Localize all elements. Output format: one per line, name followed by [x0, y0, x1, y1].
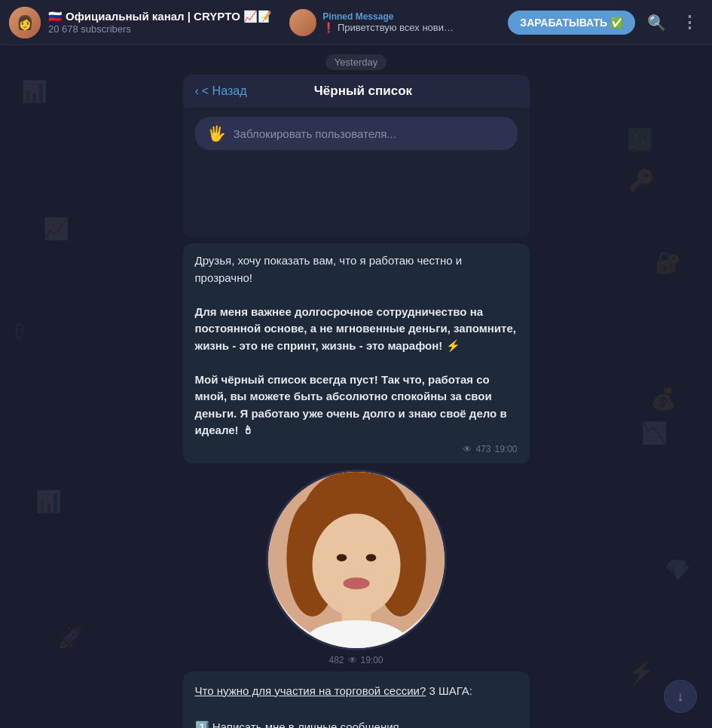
back-arrow-icon: ‹	[195, 84, 199, 98]
message-1-views: 473	[475, 444, 490, 454]
svg-point-6	[365, 554, 376, 561]
video-svg	[268, 472, 445, 648]
message-1-line1: Друзья, хочу показать вам, что я работаю…	[195, 252, 518, 286]
pinned-preview: ❗ Приветствую всех новичк...	[322, 22, 458, 33]
earn-button[interactable]: ЗАРАБАТЫВАТЬ ✅	[508, 11, 635, 35]
svg-point-7	[343, 577, 369, 589]
top-bar: 👩 🇷🇺 Официальный канал | CRYPTO 📈📝 20 67…	[0, 0, 712, 45]
message-1-text: Друзья, хочу показать вам, что я работаю…	[195, 252, 518, 439]
avatar-image: 👩	[9, 7, 41, 38]
views-icon-1: 👁	[463, 444, 472, 454]
blacklist-header: ‹ < Назад Чёрный список	[183, 75, 530, 108]
main-content: 📊 💹 📈 🔑 ₿ 💰 📊 💎 🚀 ⚡ 🔐 📉 Yesterday ‹ < На…	[0, 45, 712, 728]
date-divider: Yesterday	[325, 45, 387, 75]
message-2-steps-label: 3 ШАГА:	[429, 684, 472, 697]
video-person	[268, 472, 445, 648]
channel-name: 🇷🇺 Официальный канал | CRYPTO 📈📝	[48, 10, 272, 23]
message-2-title: Что нужно для участия на торговой сессии…	[195, 682, 518, 700]
back-label: < Назад	[202, 84, 247, 98]
video-bubble: 0:14 🔇	[266, 470, 447, 650]
more-button[interactable]: ⋮	[677, 8, 703, 37]
message-1-meta: 👁 473 19:00	[195, 444, 518, 454]
block-icon: 🖐	[207, 124, 226, 142]
channel-info: 👩 🇷🇺 Официальный канал | CRYPTO 📈📝 20 67…	[9, 7, 282, 38]
channel-name-text: Официальный канал | CRYPTO 📈📝	[66, 10, 272, 23]
message-2: Что нужно для участия на торговой сессии…	[183, 671, 530, 729]
scroll-down-button[interactable]: ↓	[664, 680, 697, 713]
more-icon: ⋮	[681, 13, 698, 32]
blacklist-empty-area	[183, 162, 530, 237]
blacklist-card: ‹ < Назад Чёрный список 🖐 Заблокировать …	[183, 75, 530, 237]
pinned-avatar	[289, 9, 316, 36]
sound-icon: 🔇	[426, 478, 439, 490]
scroll-down-icon: ↓	[677, 689, 684, 705]
block-placeholder: Заблокировать пользователя...	[234, 127, 396, 140]
channel-avatar[interactable]: 👩	[9, 7, 41, 38]
pinned-label: Pinned Message	[322, 11, 458, 22]
step1-number: 1️⃣	[195, 720, 209, 729]
search-icon: 🔍	[647, 14, 666, 32]
video-time: 19:00	[361, 655, 384, 665]
message-1-line2: Для меня важнее долгосрочное сотрудничес…	[195, 304, 518, 355]
video-meta: 482 👁 19:00	[328, 655, 383, 665]
date-label: Yesterday	[325, 54, 387, 70]
blacklist-title: Чёрный список	[254, 84, 472, 99]
video-duration: 0:14	[274, 478, 299, 490]
channel-text: 🇷🇺 Официальный канал | CRYPTO 📈📝 20 678 …	[48, 10, 272, 35]
top-bar-icons: 🔍 ⋮	[643, 8, 703, 37]
svg-point-5	[336, 554, 347, 561]
video-views-count: 482	[328, 655, 344, 665]
video-message[interactable]: 0:14 🔇 482 👁 19:00	[266, 470, 447, 665]
message-2-step1: 1️⃣ Написать мне в личные сообщения	[195, 718, 518, 729]
pinned-message[interactable]: Pinned Message ❗ Приветствую всех новичк…	[289, 9, 500, 36]
video-views-icon: 👁	[348, 655, 357, 665]
back-button[interactable]: ‹ < Назад	[195, 84, 247, 98]
search-button[interactable]: 🔍	[643, 9, 671, 36]
svg-point-4	[312, 513, 400, 616]
block-user-input[interactable]: 🖐 Заблокировать пользователя...	[195, 117, 518, 150]
message-1-time: 19:00	[494, 444, 517, 454]
message-1-line3: Мой чёрный список всегда пуст! Так что, …	[195, 372, 518, 439]
earn-button-label: ЗАРАБАТЫВАТЬ ✅	[520, 17, 623, 29]
subscriber-count: 20 678 subscribers	[48, 23, 272, 35]
message-2-text: Что нужно для участия на торговой сессии…	[195, 682, 518, 729]
flag-icon: 🇷🇺	[48, 10, 63, 23]
message-1: Друзья, хочу показать вам, что я работаю…	[183, 243, 530, 463]
message-2-title-underline: Что нужно для участия на торговой сессии…	[195, 684, 426, 697]
pinned-text: Pinned Message ❗ Приветствую всех новичк…	[322, 11, 458, 33]
